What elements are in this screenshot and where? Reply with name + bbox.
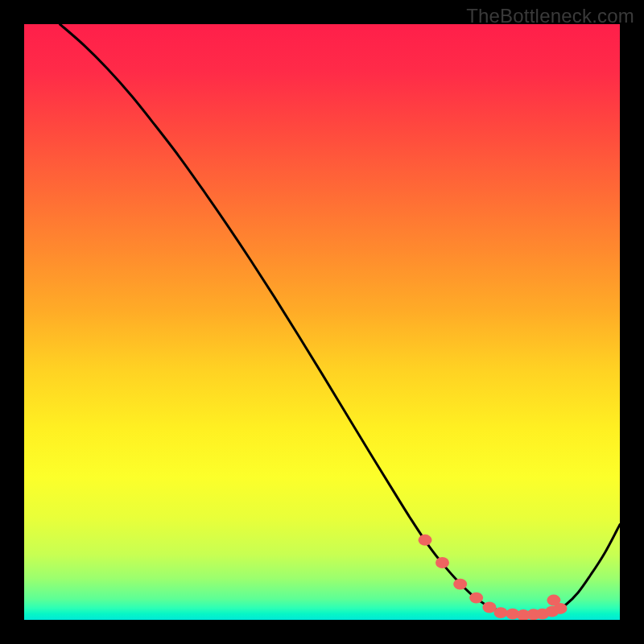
marker-dot <box>419 535 432 546</box>
marker-dot <box>494 607 508 618</box>
plot-area <box>24 24 620 620</box>
marker-dot <box>469 592 483 604</box>
chart-frame: TheBottleneck.com <box>0 0 644 644</box>
curve-line <box>60 24 620 615</box>
chart-svg <box>24 24 620 620</box>
marker-dot <box>436 557 449 568</box>
marker-dot <box>453 579 467 590</box>
bottleneck-curve-path <box>60 24 620 615</box>
marker-dot <box>554 603 568 614</box>
marker-dots <box>419 535 568 620</box>
